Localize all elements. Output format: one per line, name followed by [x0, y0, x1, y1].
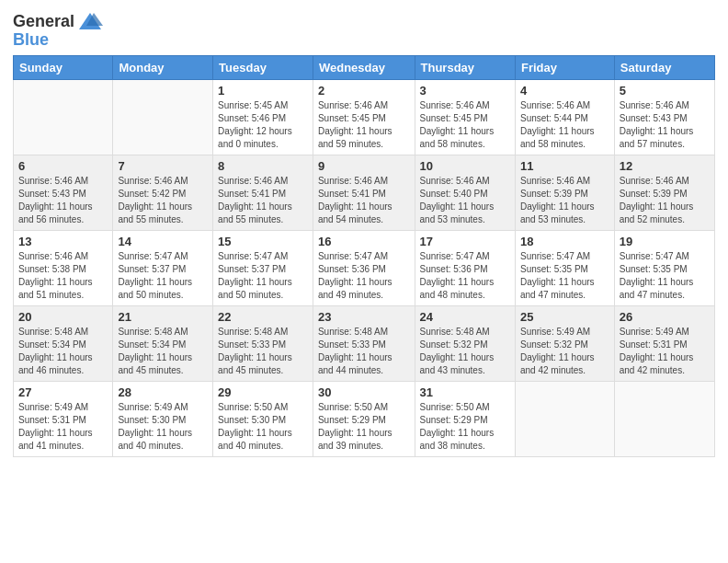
- calendar-cell: 6Sunrise: 5:46 AM Sunset: 5:43 PM Daylig…: [14, 155, 113, 230]
- day-number: 31: [420, 385, 510, 399]
- day-info: Sunrise: 5:45 AM Sunset: 5:46 PM Dayligh…: [218, 99, 308, 151]
- day-info: Sunrise: 5:50 AM Sunset: 5:30 PM Dayligh…: [218, 401, 308, 453]
- calendar-cell: 23Sunrise: 5:48 AM Sunset: 5:33 PM Dayli…: [313, 305, 415, 381]
- day-info: Sunrise: 5:46 AM Sunset: 5:42 PM Dayligh…: [118, 175, 208, 226]
- logo-text-blue: Blue: [13, 31, 49, 50]
- day-number: 11: [520, 159, 609, 173]
- day-info: Sunrise: 5:49 AM Sunset: 5:32 PM Dayligh…: [520, 326, 609, 377]
- calendar-cell: 11Sunrise: 5:46 AM Sunset: 5:39 PM Dayli…: [515, 155, 614, 230]
- column-header-monday: Monday: [113, 55, 213, 79]
- day-number: 5: [620, 84, 710, 98]
- calendar-week-row: 27Sunrise: 5:49 AM Sunset: 5:31 PM Dayli…: [14, 381, 715, 456]
- day-info: Sunrise: 5:46 AM Sunset: 5:38 PM Dayligh…: [18, 250, 108, 302]
- calendar-cell: [113, 79, 213, 155]
- page: General Blue SundayMondayTuesdayWednesda…: [0, 0, 728, 563]
- logo-text-general: General: [13, 13, 74, 31]
- day-info: Sunrise: 5:50 AM Sunset: 5:29 PM Dayligh…: [318, 401, 410, 453]
- calendar-cell: 12Sunrise: 5:46 AM Sunset: 5:39 PM Dayli…: [614, 155, 714, 230]
- calendar-cell: [14, 79, 113, 155]
- calendar-cell: 16Sunrise: 5:47 AM Sunset: 5:36 PM Dayli…: [313, 230, 415, 305]
- day-number: 3: [420, 84, 510, 98]
- calendar-cell: 7Sunrise: 5:46 AM Sunset: 5:42 PM Daylig…: [113, 155, 213, 230]
- day-info: Sunrise: 5:47 AM Sunset: 5:37 PM Dayligh…: [118, 250, 208, 302]
- day-info: Sunrise: 5:49 AM Sunset: 5:31 PM Dayligh…: [620, 326, 710, 377]
- day-number: 1: [218, 84, 308, 98]
- day-info: Sunrise: 5:46 AM Sunset: 5:45 PM Dayligh…: [420, 99, 510, 151]
- column-header-wednesday: Wednesday: [313, 55, 415, 79]
- day-number: 13: [18, 235, 108, 248]
- day-number: 30: [318, 385, 410, 399]
- day-info: Sunrise: 5:48 AM Sunset: 5:34 PM Dayligh…: [18, 326, 108, 377]
- calendar-cell: 25Sunrise: 5:49 AM Sunset: 5:32 PM Dayli…: [515, 305, 614, 381]
- column-header-saturday: Saturday: [614, 55, 714, 79]
- day-info: Sunrise: 5:46 AM Sunset: 5:43 PM Dayligh…: [620, 99, 710, 151]
- day-info: Sunrise: 5:48 AM Sunset: 5:34 PM Dayligh…: [118, 326, 208, 377]
- day-info: Sunrise: 5:46 AM Sunset: 5:39 PM Dayligh…: [520, 175, 609, 226]
- calendar-cell: 13Sunrise: 5:46 AM Sunset: 5:38 PM Dayli…: [14, 230, 113, 305]
- day-number: 17: [420, 235, 510, 248]
- calendar-cell: 27Sunrise: 5:49 AM Sunset: 5:31 PM Dayli…: [14, 381, 113, 456]
- calendar-cell: [614, 381, 714, 456]
- calendar-week-row: 6Sunrise: 5:46 AM Sunset: 5:43 PM Daylig…: [14, 155, 715, 230]
- column-header-thursday: Thursday: [415, 55, 515, 79]
- calendar-table: SundayMondayTuesdayWednesdayThursdayFrid…: [13, 55, 715, 457]
- day-info: Sunrise: 5:46 AM Sunset: 5:40 PM Dayligh…: [420, 175, 510, 226]
- day-info: Sunrise: 5:47 AM Sunset: 5:36 PM Dayligh…: [318, 250, 410, 302]
- day-number: 8: [218, 159, 308, 173]
- calendar-cell: 15Sunrise: 5:47 AM Sunset: 5:37 PM Dayli…: [213, 230, 313, 305]
- day-number: 19: [620, 235, 710, 248]
- day-info: Sunrise: 5:47 AM Sunset: 5:37 PM Dayligh…: [218, 250, 308, 302]
- day-number: 16: [318, 235, 410, 248]
- day-number: 21: [118, 310, 208, 324]
- day-info: Sunrise: 5:48 AM Sunset: 5:33 PM Dayligh…: [318, 326, 410, 377]
- column-header-tuesday: Tuesday: [213, 55, 313, 79]
- calendar-cell: 9Sunrise: 5:46 AM Sunset: 5:41 PM Daylig…: [313, 155, 415, 230]
- day-info: Sunrise: 5:47 AM Sunset: 5:35 PM Dayligh…: [620, 250, 710, 302]
- calendar-cell: 24Sunrise: 5:48 AM Sunset: 5:32 PM Dayli…: [415, 305, 515, 381]
- day-info: Sunrise: 5:48 AM Sunset: 5:32 PM Dayligh…: [420, 326, 510, 377]
- calendar-cell: 19Sunrise: 5:47 AM Sunset: 5:35 PM Dayli…: [614, 230, 714, 305]
- header: General Blue: [13, 9, 715, 50]
- logo: General Blue: [13, 9, 103, 50]
- day-number: 10: [420, 159, 510, 173]
- calendar-cell: 3Sunrise: 5:46 AM Sunset: 5:45 PM Daylig…: [415, 79, 515, 155]
- calendar-cell: 22Sunrise: 5:48 AM Sunset: 5:33 PM Dayli…: [213, 305, 313, 381]
- day-number: 29: [218, 385, 308, 399]
- calendar-cell: 5Sunrise: 5:46 AM Sunset: 5:43 PM Daylig…: [614, 79, 714, 155]
- calendar-cell: 26Sunrise: 5:49 AM Sunset: 5:31 PM Dayli…: [614, 305, 714, 381]
- calendar-cell: 4Sunrise: 5:46 AM Sunset: 5:44 PM Daylig…: [515, 79, 614, 155]
- day-number: 2: [318, 84, 410, 98]
- day-info: Sunrise: 5:46 AM Sunset: 5:41 PM Dayligh…: [218, 175, 308, 226]
- day-number: 22: [218, 310, 308, 324]
- day-info: Sunrise: 5:49 AM Sunset: 5:31 PM Dayligh…: [18, 401, 108, 453]
- calendar-cell: 21Sunrise: 5:48 AM Sunset: 5:34 PM Dayli…: [113, 305, 213, 381]
- day-info: Sunrise: 5:46 AM Sunset: 5:43 PM Dayligh…: [18, 175, 108, 226]
- calendar-cell: 10Sunrise: 5:46 AM Sunset: 5:40 PM Dayli…: [415, 155, 515, 230]
- calendar-cell: 29Sunrise: 5:50 AM Sunset: 5:30 PM Dayli…: [213, 381, 313, 456]
- calendar-week-row: 20Sunrise: 5:48 AM Sunset: 5:34 PM Dayli…: [14, 305, 715, 381]
- calendar-cell: 28Sunrise: 5:49 AM Sunset: 5:30 PM Dayli…: [113, 381, 213, 456]
- day-number: 26: [620, 310, 710, 324]
- day-info: Sunrise: 5:50 AM Sunset: 5:29 PM Dayligh…: [420, 401, 510, 453]
- calendar-header-row: SundayMondayTuesdayWednesdayThursdayFrid…: [14, 55, 715, 79]
- day-number: 18: [520, 235, 609, 248]
- day-number: 14: [118, 235, 208, 248]
- calendar-cell: 30Sunrise: 5:50 AM Sunset: 5:29 PM Dayli…: [313, 381, 415, 456]
- day-info: Sunrise: 5:47 AM Sunset: 5:36 PM Dayligh…: [420, 250, 510, 302]
- column-header-sunday: Sunday: [14, 55, 113, 79]
- day-info: Sunrise: 5:46 AM Sunset: 5:41 PM Dayligh…: [318, 175, 410, 226]
- day-info: Sunrise: 5:46 AM Sunset: 5:44 PM Dayligh…: [520, 99, 609, 151]
- day-info: Sunrise: 5:48 AM Sunset: 5:33 PM Dayligh…: [218, 326, 308, 377]
- calendar-cell: 18Sunrise: 5:47 AM Sunset: 5:35 PM Dayli…: [515, 230, 614, 305]
- day-number: 15: [218, 235, 308, 248]
- day-number: 28: [118, 385, 208, 399]
- day-number: 6: [18, 159, 108, 173]
- day-number: 9: [318, 159, 410, 173]
- calendar-cell: 17Sunrise: 5:47 AM Sunset: 5:36 PM Dayli…: [415, 230, 515, 305]
- column-header-friday: Friday: [515, 55, 614, 79]
- day-info: Sunrise: 5:49 AM Sunset: 5:30 PM Dayligh…: [118, 401, 208, 453]
- day-number: 7: [118, 159, 208, 173]
- logo-icon: [77, 9, 103, 35]
- day-info: Sunrise: 5:46 AM Sunset: 5:39 PM Dayligh…: [620, 175, 710, 226]
- calendar-week-row: 13Sunrise: 5:46 AM Sunset: 5:38 PM Dayli…: [14, 230, 715, 305]
